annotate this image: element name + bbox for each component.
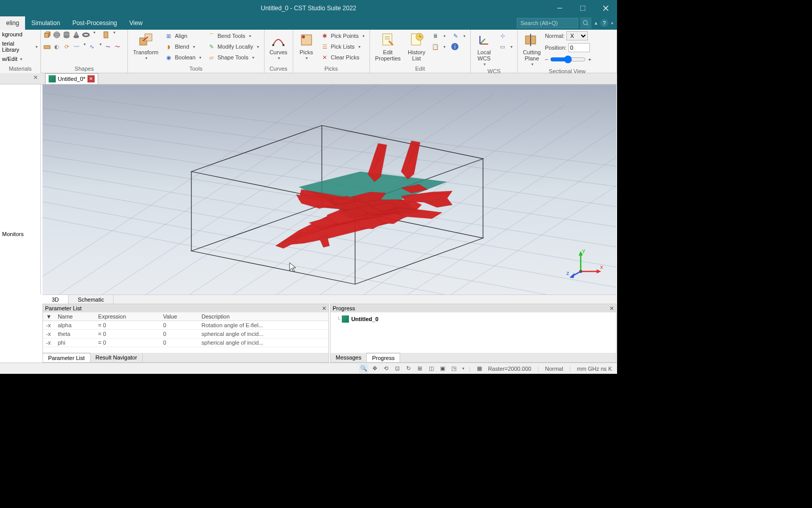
local-wcs-button[interactable]: Local WCS▼ (473, 31, 495, 67)
tab-modeling[interactable]: eling (0, 16, 25, 30)
svg-line-5 (587, 24, 588, 26)
position-input[interactable] (568, 43, 590, 52)
loft-icon[interactable]: ◐ (53, 43, 61, 51)
search-button[interactable] (580, 17, 591, 29)
chevron-down-icon[interactable]: ▼ (113, 31, 116, 39)
wcs-tool-2[interactable]: ▭▼ (496, 41, 515, 52)
tab-simulation[interactable]: Simulation (25, 16, 66, 30)
svg-point-16 (83, 33, 89, 36)
zoom-fit-icon[interactable]: ⊡ (393, 364, 402, 373)
boolean-button[interactable]: ◉Boolean▼ (163, 52, 204, 62)
tree-item-monitors[interactable]: Monitors (0, 230, 40, 238)
chevron-down-icon[interactable]: ▼ (83, 43, 86, 51)
chevron-up-icon[interactable]: ▲ (594, 20, 598, 26)
cursor-icon (290, 263, 296, 272)
bend-tools-button[interactable]: ⌒Bend Tools▼ (205, 31, 262, 41)
table-row[interactable]: -xalpha= 00Rotation angle of E-fiel... (43, 321, 328, 330)
transform-button[interactable]: Transform ▼ (130, 31, 162, 61)
shape-tools-button[interactable]: ▱Shape Tools▼ (205, 52, 262, 62)
mesh-icon[interactable]: ▦ (475, 364, 484, 373)
extrude-icon[interactable] (102, 31, 110, 39)
new-edit-button[interactable]: w/Edit▼ (0, 54, 40, 64)
normal-select[interactable]: X (566, 31, 588, 40)
edit-tool-1[interactable]: ✎▼ (449, 31, 468, 41)
clear-picks-button[interactable]: ✕Clear Picks (319, 52, 367, 62)
viewtab-3d[interactable]: 3D (42, 295, 69, 304)
zoom-icon[interactable]: 🔍 (359, 364, 368, 373)
chevron-down-icon[interactable]: ▼ (99, 43, 102, 51)
box-icon[interactable]: ▣ (438, 364, 447, 373)
grid-icon[interactable]: ⊞ (415, 364, 425, 373)
cone-icon[interactable] (72, 31, 80, 39)
pan-icon[interactable]: ✥ (370, 364, 380, 373)
plus-icon[interactable]: + (588, 56, 591, 62)
spiral-icon[interactable]: 〜 (114, 43, 122, 51)
torus-icon[interactable] (82, 31, 90, 39)
modify-locally-button[interactable]: ✎Modify Locally▼ (205, 41, 262, 52)
tree-close-button[interactable]: ✕ (33, 74, 38, 81)
tab-result-navigator[interactable]: Result Navigator (91, 353, 143, 362)
reset-icon[interactable]: ↻ (404, 364, 413, 373)
spline-icon[interactable]: 〰 (72, 43, 80, 51)
col-description[interactable]: Description (199, 312, 328, 321)
tab-parameter-list[interactable]: Parameter List (43, 353, 91, 362)
document-tab[interactable]: Untitled_0* ✕ (45, 73, 98, 84)
table-row[interactable]: -xphi= 00spherical angle of incid... (43, 338, 328, 347)
3d-viewport[interactable]: y x z (42, 84, 617, 294)
search-input[interactable]: Search (Alt+Q) (517, 18, 578, 28)
panel-close-button[interactable]: ✕ (322, 305, 326, 312)
rotate-icon[interactable]: ⟲ (382, 364, 391, 373)
col-expression[interactable]: Expression (95, 312, 160, 321)
progress-item[interactable]: └ Untitled_0 (333, 314, 614, 324)
pick-points-button[interactable]: ✱Pick Points▼ (319, 31, 367, 41)
minimize-button[interactable] (548, 0, 571, 16)
material-library-button[interactable]: terial Library▼ (0, 39, 40, 54)
edit-properties-button[interactable]: Edit Properties (372, 31, 404, 62)
help-button[interactable]: ? (600, 19, 608, 27)
maximize-button[interactable] (571, 0, 594, 16)
col-value[interactable]: Value (160, 312, 199, 321)
tab-postprocessing[interactable]: Post-Processing (66, 16, 123, 30)
pick-lists-icon: ☰ (321, 43, 329, 51)
sphere-icon[interactable] (53, 31, 61, 39)
wire-icon[interactable]: ⤳ (104, 43, 112, 51)
position-slider[interactable] (550, 55, 586, 64)
svg-marker-103 (597, 269, 601, 273)
tab-view[interactable]: View (123, 16, 149, 30)
info-button[interactable]: i (449, 41, 468, 52)
close-button[interactable] (594, 0, 617, 16)
col-name[interactable]: Name (55, 312, 95, 321)
ribbon-group-shapes: ▼ ▼ ◐ ⟳ 〰 ▼ ∿ ▼ ⤳ 〜 (41, 30, 128, 73)
sweep-icon[interactable]: ⟳ (62, 43, 71, 51)
background-button[interactable]: kground (0, 30, 40, 39)
ribbon-group-edit: Edit Properties History List 🖩▼ 📋▼ ✎▼ i … (370, 30, 471, 73)
tab-messages[interactable]: Messages (331, 353, 367, 362)
cube-icon[interactable] (43, 31, 51, 39)
curve-icon[interactable]: ∿ (88, 43, 96, 51)
brick-icon[interactable] (43, 43, 51, 51)
tab-progress[interactable]: Progress (367, 353, 400, 362)
filter-icon[interactable]: ▼ (46, 313, 52, 320)
help-dropdown-icon[interactable]: ▼ (610, 22, 614, 25)
align-button[interactable]: ⊞Align (163, 31, 204, 41)
viewtab-schematic[interactable]: Schematic (69, 295, 114, 304)
params-button[interactable]: 📋▼ (429, 41, 448, 52)
chevron-down-icon[interactable]: ▼ (93, 31, 96, 39)
panel-close-button[interactable]: ✕ (609, 305, 614, 312)
table-row[interactable]: -xtheta= 00spherical angle of incid... (43, 330, 328, 338)
statusbar: 🔍 ✥ ⟲ ⊡ ↻ ⊞ ◫ ▣ ◳ ▼ | ▦ Raster=2000.000 … (0, 363, 617, 374)
calc-button[interactable]: 🖩▼ (429, 31, 448, 41)
blend-button[interactable]: ◗Blend▼ (163, 41, 204, 52)
minus-icon[interactable]: − (545, 56, 548, 62)
cutting-plane-button[interactable]: Cutting Plane▼ (520, 31, 544, 67)
chevron-down-icon[interactable]: ▼ (462, 367, 465, 370)
pick-lists-button[interactable]: ☰Pick Lists▼ (319, 41, 367, 52)
wcs-tool-1[interactable]: ⊹ (496, 31, 515, 41)
picks-button[interactable]: Picks ▼ (295, 31, 318, 61)
doc-close-button[interactable]: ✕ (87, 75, 95, 82)
cylinder-icon[interactable] (62, 31, 71, 39)
snap-icon[interactable]: ◫ (427, 364, 436, 373)
curves-button[interactable]: Curves ▼ (267, 31, 291, 61)
cube-view-icon[interactable]: ◳ (449, 364, 458, 373)
history-list-button[interactable]: History List (405, 31, 428, 62)
